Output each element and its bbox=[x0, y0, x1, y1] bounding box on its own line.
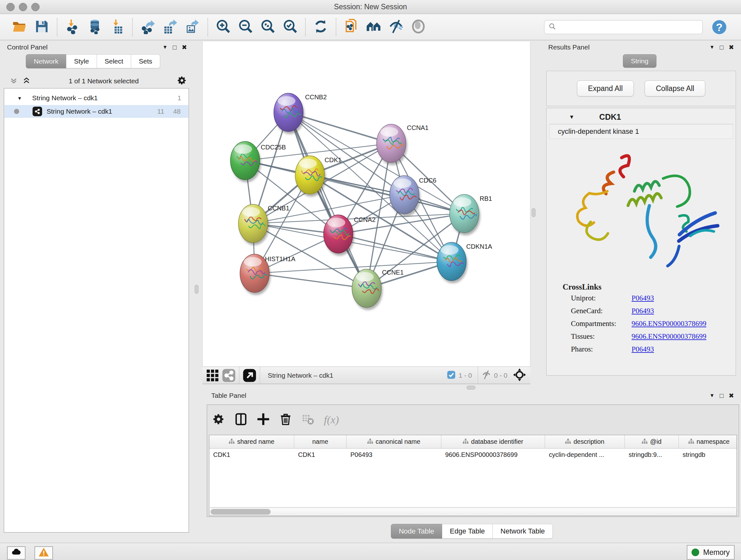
edge-CDK1-RB1[interactable] bbox=[310, 175, 464, 213]
import-network-button[interactable] bbox=[64, 18, 81, 36]
node-RB1[interactable]: RB1 bbox=[450, 194, 492, 235]
tab-sets[interactable]: Sets bbox=[131, 54, 160, 68]
edge-CCNB2-CCNE1[interactable] bbox=[288, 112, 367, 288]
zoom-selected-button[interactable] bbox=[281, 18, 299, 36]
tab-edge-table[interactable]: Edge Table bbox=[442, 524, 493, 539]
close-panel-icon[interactable]: ✖ bbox=[182, 44, 187, 51]
table-cell[interactable]: P06493 bbox=[347, 449, 441, 461]
table-options-gear-icon[interactable] bbox=[212, 413, 225, 427]
function-builder-icon[interactable]: f(x) bbox=[324, 414, 339, 426]
tab-network[interactable]: Network bbox=[26, 54, 66, 68]
zoom-out-button[interactable] bbox=[237, 18, 254, 36]
column-header-shared-name[interactable]: shared name bbox=[209, 435, 294, 448]
table-horizontal-scrollbar[interactable] bbox=[209, 508, 737, 516]
tab-node-table[interactable]: Node Table bbox=[391, 524, 442, 539]
panel-menu-icon[interactable]: ▼ bbox=[710, 44, 715, 50]
delete-table-icon[interactable] bbox=[301, 413, 314, 427]
close-panel-icon[interactable]: ✖ bbox=[729, 44, 734, 51]
hide-view-button[interactable] bbox=[387, 18, 405, 36]
node-table[interactable]: shared namenamecanonical namedatabase id… bbox=[209, 435, 737, 507]
tab-network-table[interactable]: Network Table bbox=[492, 524, 553, 539]
table-cell[interactable]: cyclin-dependent ... bbox=[545, 449, 625, 461]
import-table-button[interactable] bbox=[108, 18, 126, 36]
edge-HIST1H1A-CCNE1[interactable] bbox=[255, 273, 367, 288]
open-session-button[interactable] bbox=[10, 18, 28, 36]
float-panel-icon[interactable]: □ bbox=[173, 44, 177, 51]
node-CCNA1[interactable]: CCNA1 bbox=[377, 124, 428, 165]
crosslink-link[interactable]: P06493 bbox=[631, 294, 654, 302]
column-header-namespace[interactable]: namespace bbox=[679, 435, 737, 448]
collapse-section-icon[interactable]: ▼ bbox=[569, 114, 575, 120]
float-panel-icon[interactable]: □ bbox=[720, 44, 724, 51]
tab-select[interactable]: Select bbox=[97, 54, 131, 68]
refresh-button[interactable] bbox=[312, 18, 330, 36]
save-session-button[interactable] bbox=[33, 18, 51, 36]
collapse-all-button[interactable]: Collapse All bbox=[645, 80, 705, 97]
show-columns-icon[interactable] bbox=[234, 413, 247, 427]
node-CDC6[interactable]: CDC6 bbox=[390, 176, 436, 216]
left-splitter-grip[interactable] bbox=[195, 285, 199, 294]
share-view-icon[interactable] bbox=[222, 368, 236, 382]
hidden-eye-icon[interactable] bbox=[481, 370, 491, 381]
table-cell[interactable]: CDK1 bbox=[294, 449, 347, 461]
bottom-splitter-grip[interactable] bbox=[467, 386, 475, 389]
search-field[interactable] bbox=[544, 20, 703, 34]
import-table-icon bbox=[110, 19, 125, 36]
open-view-icon[interactable] bbox=[243, 368, 257, 382]
crosslink-link[interactable]: 9606.ENSP00000378699 bbox=[631, 320, 706, 328]
node-CDKN1A[interactable]: CDKN1A bbox=[437, 242, 492, 283]
table-cell[interactable]: 9606.ENSP00000378699 bbox=[441, 449, 545, 461]
crosslink-link[interactable]: P06493 bbox=[631, 345, 654, 354]
node-CDC25B[interactable]: CDC25B bbox=[230, 141, 286, 182]
network-collection-row[interactable]: ▼ String Network – cdk1 1 bbox=[4, 91, 188, 105]
grid-view-icon[interactable] bbox=[205, 368, 219, 382]
selected-checkbox-icon[interactable] bbox=[447, 370, 456, 381]
delete-column-icon[interactable] bbox=[279, 413, 292, 427]
scrollbar-thumb[interactable] bbox=[211, 509, 271, 515]
network-options-gear-icon[interactable] bbox=[177, 75, 187, 87]
table-cell[interactable]: stringdb:9... bbox=[625, 449, 679, 461]
search-input[interactable] bbox=[556, 23, 698, 30]
network-canvas[interactable]: CCNB2CCNA1CDC25BCDK1CDC6RB1CCNB1CCNA2CDK… bbox=[202, 42, 530, 367]
show-all-views-button[interactable] bbox=[365, 18, 383, 36]
collection-expand-icon[interactable]: ▼ bbox=[17, 96, 22, 101]
node-CCNA2[interactable]: CCNA2 bbox=[324, 215, 376, 256]
panel-menu-icon[interactable]: ▼ bbox=[710, 393, 715, 398]
zoom-in-button[interactable] bbox=[214, 18, 232, 36]
float-panel-icon[interactable]: □ bbox=[720, 392, 724, 399]
clone-network-view-button[interactable] bbox=[342, 18, 360, 36]
column-header-@id[interactable]: @id bbox=[625, 435, 679, 448]
cloud-button[interactable] bbox=[7, 546, 25, 560]
memory-button[interactable]: Memory bbox=[687, 545, 735, 560]
add-column-icon[interactable] bbox=[257, 413, 270, 427]
export-image-button[interactable] bbox=[184, 18, 201, 36]
right-splitter-grip[interactable] bbox=[532, 208, 536, 217]
expand-all-button[interactable]: Expand All bbox=[577, 80, 634, 97]
help-button[interactable]: ? bbox=[712, 19, 727, 35]
tab-string[interactable]: String bbox=[623, 54, 657, 68]
column-header-name[interactable]: name bbox=[294, 435, 347, 448]
close-panel-icon[interactable]: ✖ bbox=[729, 392, 734, 399]
crosslink-link[interactable]: P06493 bbox=[631, 307, 654, 315]
export-network-button[interactable] bbox=[139, 18, 157, 36]
collapse-all-networks-icon[interactable] bbox=[10, 76, 18, 86]
table-cell[interactable]: stringdb bbox=[679, 449, 737, 461]
node-CCNB2[interactable]: CCNB2 bbox=[274, 93, 327, 134]
node-CCNE1[interactable]: CCNE1 bbox=[352, 269, 404, 310]
network-row[interactable]: String Network – cdk1 11 48 bbox=[4, 105, 188, 118]
column-header-canonical-name[interactable]: canonical name bbox=[347, 435, 441, 448]
column-header-description[interactable]: description bbox=[545, 435, 625, 448]
show-view-button[interactable] bbox=[409, 18, 427, 36]
import-network-database-button[interactable] bbox=[86, 18, 104, 36]
warning-button[interactable] bbox=[35, 546, 53, 560]
column-header-database-identifier[interactable]: database identifier bbox=[441, 435, 545, 448]
zoom-fit-button[interactable] bbox=[259, 18, 277, 36]
node-HIST1H1A[interactable]: HIST1H1A bbox=[240, 254, 295, 295]
panel-menu-icon[interactable]: ▼ bbox=[162, 44, 167, 50]
table-cell[interactable]: CDK1 bbox=[209, 449, 294, 461]
export-table-button[interactable] bbox=[161, 18, 179, 36]
expand-all-networks-icon[interactable] bbox=[22, 76, 30, 86]
crosslink-link[interactable]: 9606.ENSP00000378699 bbox=[631, 332, 706, 341]
tab-style[interactable]: Style bbox=[66, 54, 97, 68]
birdseye-icon[interactable] bbox=[513, 368, 526, 382]
